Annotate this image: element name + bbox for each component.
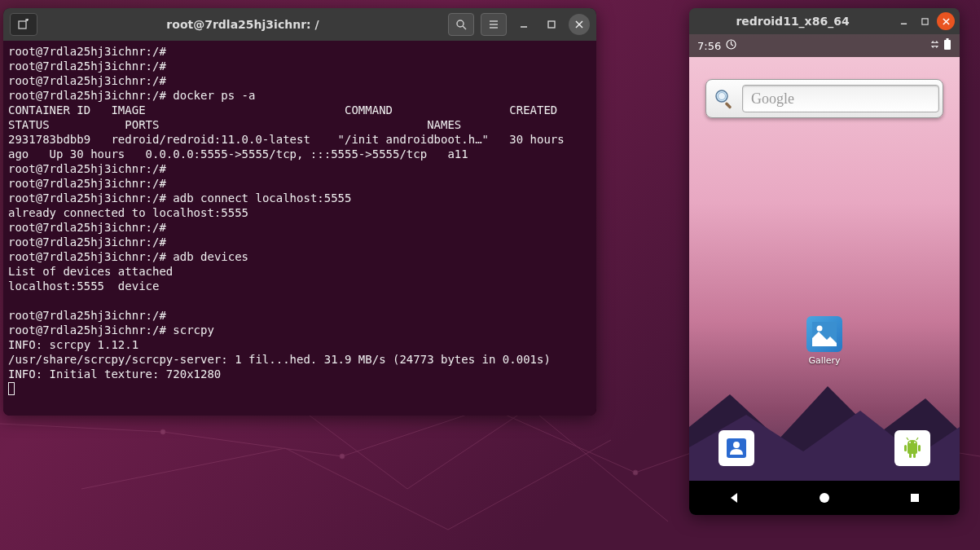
svg-rect-29 [918, 445, 921, 451]
maximize-button[interactable] [541, 14, 562, 35]
android-titlebar: redroid11_x86_64 [689, 8, 960, 34]
terminal-title: root@7rdla25hj3ichnr: / [44, 18, 442, 31]
home-button[interactable] [800, 481, 849, 515]
terminal-body[interactable]: root@7rdla25hj3ichnr:/# root@7rdla25hj3i… [3, 41, 596, 416]
search-button[interactable] [448, 13, 474, 36]
rotate-icon [929, 39, 940, 52]
recents-button[interactable] [890, 481, 939, 515]
terminal-window: root@7rdla25hj3ichnr: / root@7rdla25hj3i… [3, 8, 596, 416]
gallery-app-icon[interactable]: Gallery [802, 316, 847, 366]
svg-point-25 [817, 326, 823, 332]
google-search-widget[interactable]: Google [705, 79, 943, 118]
new-tab-button[interactable] [10, 13, 37, 36]
terminal-titlebar: root@7rdla25hj3ichnr: / [3, 8, 596, 41]
svg-line-33 [916, 438, 918, 440]
android-home-screen[interactable]: 7:56 Googl [689, 34, 960, 515]
android-close-button[interactable] [937, 12, 955, 30]
svg-point-0 [160, 429, 165, 434]
battery-icon [943, 38, 951, 53]
svg-point-34 [909, 442, 911, 443]
android-app-icon[interactable] [890, 430, 935, 466]
svg-rect-28 [904, 445, 907, 451]
svg-point-1 [340, 454, 345, 459]
android-status-bar[interactable]: 7:56 [689, 34, 960, 57]
android-window: redroid11_x86_64 7:56 [689, 8, 960, 515]
back-button[interactable] [710, 481, 758, 515]
android-title: redroid11_x86_64 [694, 15, 891, 28]
notification-icon [726, 39, 736, 52]
android-minimize-button[interactable] [894, 12, 912, 30]
close-button[interactable] [569, 14, 590, 35]
svg-point-3 [633, 470, 638, 475]
search-input[interactable]: Google [742, 85, 939, 112]
search-icon [710, 84, 739, 113]
svg-point-5 [457, 20, 464, 27]
svg-rect-37 [911, 494, 919, 502]
android-maximize-button[interactable] [916, 12, 934, 30]
svg-point-35 [914, 442, 916, 443]
svg-line-6 [463, 26, 466, 29]
svg-line-32 [907, 438, 908, 440]
svg-rect-4 [19, 21, 26, 29]
svg-rect-19 [944, 40, 951, 50]
svg-rect-23 [725, 102, 732, 109]
status-time: 7:56 [697, 40, 721, 52]
svg-rect-30 [909, 453, 912, 458]
svg-rect-20 [947, 38, 949, 40]
contacts-app-icon[interactable] [714, 430, 759, 466]
svg-rect-11 [548, 21, 555, 28]
svg-rect-31 [913, 453, 916, 458]
svg-point-22 [719, 93, 726, 100]
svg-point-27 [733, 442, 740, 448]
android-nav-bar [689, 481, 960, 515]
svg-rect-15 [921, 18, 927, 24]
gallery-label: Gallery [808, 355, 840, 366]
menu-button[interactable] [481, 13, 507, 36]
minimize-button[interactable] [513, 14, 534, 35]
svg-point-36 [820, 493, 829, 503]
